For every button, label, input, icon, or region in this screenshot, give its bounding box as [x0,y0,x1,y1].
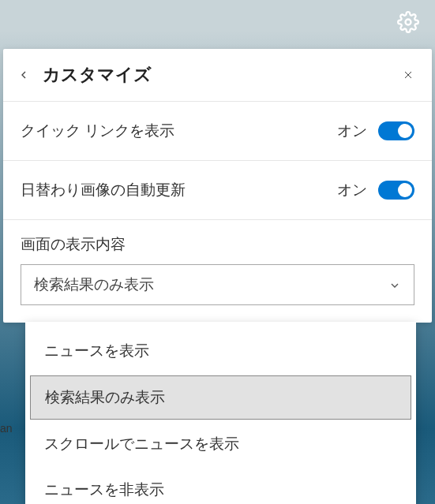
section-label: 画面の表示内容 [21,234,414,255]
display-dropdown: ニュースを表示 検索結果のみ表示 スクロールでニュースを表示 ニュースを非表示 [25,322,416,504]
select-value: 検索結果のみ表示 [34,274,154,295]
dropdown-option-scrollnews[interactable]: スクロールでニュースを表示 [30,423,411,465]
dropdown-option-hidenews[interactable]: ニュースを非表示 [30,469,411,504]
dropdown-option-searchonly[interactable]: 検索結果のみ表示 [30,375,411,420]
setting-label: クイック リンクを表示 [21,121,337,141]
gear-icon[interactable] [397,11,419,33]
display-section: 画面の表示内容 検索結果のみ表示 [3,220,432,323]
panel-header: カスタマイズ [3,49,432,102]
panel-title: カスタマイズ [43,63,152,87]
toggle-state-text: オン [337,121,367,141]
chevron-down-icon [388,278,401,291]
customize-panel: カスタマイズ クイック リンクを表示 オン 日替わり画像の自動更新 オン 画面の… [3,49,432,323]
dropdown-option-news[interactable]: ニュースを表示 [30,330,411,372]
background-partial-text: an [0,422,13,435]
setting-dailyimage: 日替わり画像の自動更新 オン [3,161,432,220]
close-button[interactable] [400,67,416,83]
display-select[interactable]: 検索結果のみ表示 [21,264,414,305]
setting-label: 日替わり画像の自動更新 [21,180,337,200]
svg-point-0 [406,20,411,25]
dailyimage-toggle[interactable] [378,181,414,200]
toggle-state-text: オン [337,180,367,200]
back-button[interactable] [16,67,32,83]
setting-quicklinks: クイック リンクを表示 オン [3,102,432,161]
quicklinks-toggle[interactable] [378,121,414,140]
